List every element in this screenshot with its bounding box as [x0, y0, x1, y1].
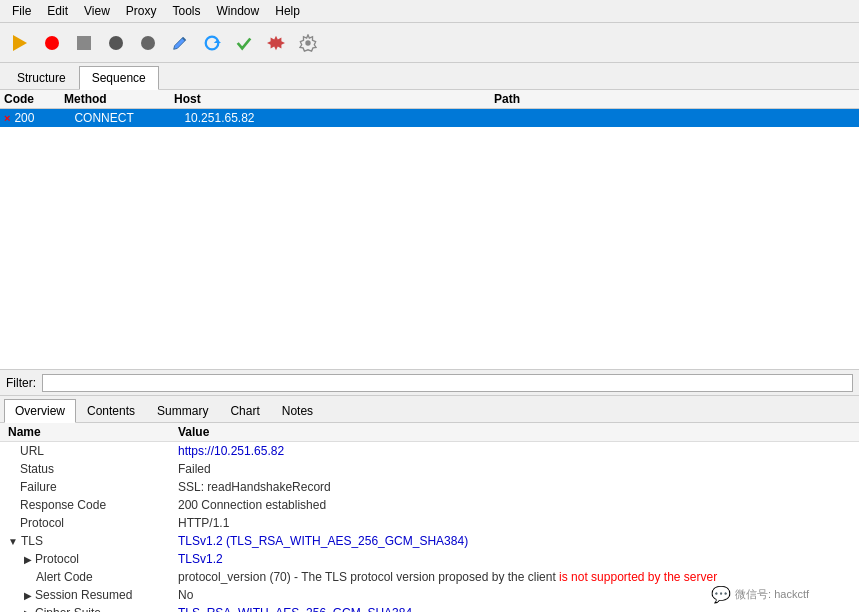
overview-row[interactable]: URLhttps://10.251.65.82 [0, 442, 859, 461]
check-button[interactable] [230, 29, 258, 57]
overview-row[interactable]: Alert Codeprotocol_version (70) - The TL… [0, 568, 859, 586]
record-button[interactable] [38, 29, 66, 57]
filter-bar: Filter: [0, 370, 859, 396]
overview-row[interactable]: ▶ProtocolTLSv1.2 [0, 550, 859, 568]
overview-row-name: URL [0, 442, 170, 461]
watermark-text: 微信号: hackctf [735, 587, 809, 602]
expand-icon[interactable]: ▶ [24, 590, 32, 601]
gear-button[interactable] [294, 29, 322, 57]
tab-chart[interactable]: Chart [219, 399, 270, 422]
edit-button[interactable] [166, 29, 194, 57]
row-method: CONNECT [74, 111, 184, 125]
overview-row[interactable]: Response Code200 Connection established [0, 496, 859, 514]
watermark-icon: 💬 [711, 585, 731, 604]
overview-row-value: protocol_version (70) - The TLS protocol… [170, 568, 859, 586]
expand-icon[interactable]: ▶ [24, 608, 32, 612]
settings-button[interactable] [262, 29, 290, 57]
row-code: 200 [14, 111, 74, 125]
watermark: 💬 微信号: hackctf [711, 585, 809, 604]
col-header-host: Host [174, 92, 494, 106]
overview-row[interactable]: ▼TLSTLSv1.2 (TLS_RSA_WITH_AES_256_GCM_SH… [0, 532, 859, 550]
error-indicator: × [4, 112, 10, 124]
filter-label: Filter: [6, 376, 36, 390]
overview-row-value: Failed [170, 460, 859, 478]
overview-col-name: Name [0, 423, 170, 442]
menu-help[interactable]: Help [267, 2, 308, 20]
overview-row-value: TLS_RSA_WITH_AES_256_GCM_SHA384 [170, 604, 859, 612]
svg-point-3 [109, 36, 123, 50]
overview-table: Name Value URLhttps://10.251.65.82Status… [0, 423, 859, 612]
overview-row-name: ▶Session Resumed [0, 586, 170, 604]
overview-row[interactable]: StatusFailed [0, 460, 859, 478]
toolbar [0, 23, 859, 63]
tab-summary[interactable]: Summary [146, 399, 219, 422]
svg-marker-0 [13, 35, 27, 51]
svg-point-4 [141, 36, 155, 50]
overview-row-name: Response Code [0, 496, 170, 514]
svg-point-6 [305, 40, 310, 45]
overview-row-name: ▶Protocol [0, 550, 170, 568]
menubar: File Edit View Proxy Tools Window Help [0, 0, 859, 23]
table-row[interactable]: × 200 CONNECT 10.251.65.82 [0, 109, 859, 127]
expand-icon[interactable]: ▼ [8, 536, 18, 547]
overview-row-value: TLSv1.2 (TLS_RSA_WITH_AES_256_GCM_SHA384… [170, 532, 859, 550]
refresh-button[interactable] [198, 29, 226, 57]
table-header: Code Method Host Path [0, 90, 859, 109]
tab-structure[interactable]: Structure [4, 66, 79, 89]
overview-row-value: HTTP/1.1 [170, 514, 859, 532]
overview-content: Name Value URLhttps://10.251.65.82Status… [0, 423, 859, 612]
circle-button[interactable] [134, 29, 162, 57]
arrow-button[interactable] [6, 29, 34, 57]
overview-row-value: 200 Connection established [170, 496, 859, 514]
col-header-path: Path [494, 92, 855, 106]
overview-row[interactable]: ▶Cipher SuiteTLS_RSA_WITH_AES_256_GCM_SH… [0, 604, 859, 612]
overview-row-value: TLSv1.2 [170, 550, 859, 568]
tab-notes[interactable]: Notes [271, 399, 324, 422]
main-table-area: Code Method Host Path × 200 CONNECT 10.2… [0, 90, 859, 370]
row-host: 10.251.65.82 [184, 111, 504, 125]
overview-row[interactable]: FailureSSL: readHandshakeRecord [0, 478, 859, 496]
svg-marker-5 [214, 39, 221, 43]
menu-proxy[interactable]: Proxy [118, 2, 165, 20]
tab-overview[interactable]: Overview [4, 399, 76, 423]
filter-input[interactable] [42, 374, 853, 392]
overview-row-value: SSL: readHandshakeRecord [170, 478, 859, 496]
stop-button[interactable] [70, 29, 98, 57]
col-header-code: Code [4, 92, 64, 106]
overview-row[interactable]: ProtocolHTTP/1.1 [0, 514, 859, 532]
overview-col-value: Value [170, 423, 859, 442]
overview-row-name: ▼TLS [0, 532, 170, 550]
overview-row-name: Failure [0, 478, 170, 496]
overview-row-name: ▶Cipher Suite [0, 604, 170, 612]
overview-row-name: Alert Code [0, 568, 170, 586]
col-header-method: Method [64, 92, 174, 106]
expand-icon[interactable]: ▶ [24, 554, 32, 565]
menu-file[interactable]: File [4, 2, 39, 20]
intercept-button[interactable] [102, 29, 130, 57]
menu-tools[interactable]: Tools [165, 2, 209, 20]
bottom-tabs: Overview Contents Summary Chart Notes [0, 396, 859, 423]
menu-edit[interactable]: Edit [39, 2, 76, 20]
overview-row-value: https://10.251.65.82 [170, 442, 859, 461]
tab-contents[interactable]: Contents [76, 399, 146, 422]
top-tabs: Structure Sequence [0, 63, 859, 90]
bottom-panel: Overview Contents Summary Chart Notes Na… [0, 396, 859, 612]
menu-view[interactable]: View [76, 2, 118, 20]
overview-row-name: Protocol [0, 514, 170, 532]
svg-point-1 [45, 36, 59, 50]
svg-rect-2 [77, 36, 91, 50]
tab-sequence[interactable]: Sequence [79, 66, 159, 90]
menu-window[interactable]: Window [209, 2, 268, 20]
overview-row-name: Status [0, 460, 170, 478]
